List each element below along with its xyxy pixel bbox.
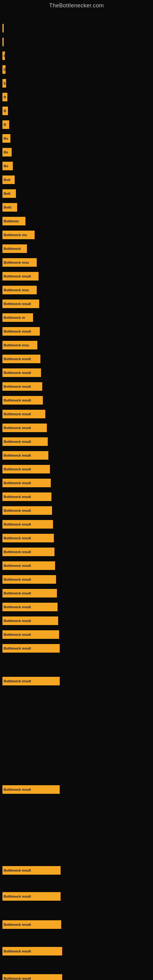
bar-label: Bottleneck result — [4, 522, 31, 526]
bar-item: Bottleneck result — [2, 299, 39, 308]
bar-label: Bottleneck result — [4, 398, 31, 402]
bar-item: Bottleneck result — [2, 947, 62, 956]
bar-item: Bottleneck result — [2, 866, 61, 875]
bar-label: Bottleneck result — [4, 357, 31, 361]
bar-item: Bo — [2, 134, 10, 143]
bar-label: Bottleneck result — [4, 646, 31, 650]
bar-item — [2, 38, 4, 46]
bar-label: Bottleneck result — [4, 605, 31, 609]
bar-item: Bottleneck result — [2, 451, 48, 460]
bar-item: Bottleneck result — [2, 589, 57, 598]
bar-label: B — [4, 123, 6, 126]
bar-label: Bottleneck result — [4, 509, 31, 512]
bar-item: B — [2, 107, 8, 115]
bar-label: Bott — [4, 192, 10, 196]
bar-item: Bottleneck result — [2, 603, 57, 611]
bar-label: Bottl — [4, 205, 11, 209]
bar-item: Bottleneck resu — [2, 341, 37, 350]
bar-item: Bottleneck result — [2, 630, 59, 639]
bar-label: Bottleneck result — [4, 679, 31, 683]
bar-label: Bottleneck result — [4, 467, 31, 471]
bar-label: Bottleneck — [4, 247, 21, 250]
bar-item: B — [2, 93, 7, 101]
bar-label: Bottleneck result — [4, 578, 31, 581]
bar-item: Bottleneck result — [2, 438, 48, 446]
bar-label: Bottleneck result — [4, 894, 31, 898]
bar-item: Bottleneck result — [2, 562, 55, 570]
bar-item: Bottleneck result — [2, 547, 54, 556]
bar-item: Bottleneck result — [2, 479, 51, 487]
bar-item: Bottleneck result — [2, 368, 41, 377]
bar-item: E — [2, 79, 6, 88]
bar-label: Bottleneck result — [4, 440, 31, 444]
bar-item: Bottleneck result — [2, 974, 62, 980]
bar-item: B — [2, 120, 9, 129]
bar-label: E — [4, 54, 5, 57]
bar-label: Bottleneck result — [4, 923, 31, 926]
bar-label: B — [4, 95, 6, 99]
bar-item: Bottleneck result — [2, 616, 58, 625]
bar-label: Bottleneck result — [4, 788, 31, 791]
bar-label: Bottleneck result — [4, 977, 31, 980]
bar-label: Bottleneck result — [4, 274, 31, 278]
bar-label: Bottlenec — [4, 219, 19, 223]
bar-item: Bottleneck result — [2, 575, 56, 584]
bar-label: Bottleneck result — [4, 536, 31, 540]
bar-label: E — [4, 68, 5, 72]
bar-label: Bottleneck result — [4, 412, 31, 416]
bar-label: Bottleneck resu — [4, 261, 29, 264]
bar-item: Bottleneck res — [2, 231, 35, 239]
bar-label: Bo — [4, 164, 8, 168]
bar-label: Bottleneck resu — [4, 343, 29, 347]
bar-item: Bottleneck result — [2, 396, 43, 404]
bar-label: Bottleneck resu — [4, 288, 29, 292]
bar-item: Bottleneck result — [2, 355, 40, 363]
bar-item: Bott — [2, 189, 16, 198]
bar-item: Bottleneck resu — [2, 286, 37, 294]
bar-item: Bottlenec — [2, 217, 26, 225]
bar-label: Bottleneck result — [4, 371, 31, 375]
bar-item: Bottleneck resu — [2, 258, 37, 267]
bar-item: Bottl — [2, 203, 17, 212]
bar-label: Bo — [4, 150, 8, 154]
bar-item: Bottleneck result — [2, 272, 38, 280]
bar-item: Bottleneck result — [2, 520, 53, 528]
bar-item: E — [2, 51, 5, 60]
bar-label: Bottleneck result — [4, 426, 31, 430]
bar-item: Bott — [2, 175, 15, 184]
bar-label: Bottleneck result — [4, 950, 31, 953]
bar-label: Bottleneck result — [4, 564, 31, 568]
bar-item: Bottleneck result — [2, 920, 61, 929]
bar-label: Bo — [4, 137, 8, 140]
site-title: TheBottlenecker.com — [0, 0, 153, 10]
bar-label: Bottleneck result — [4, 302, 31, 305]
bar-label: Bottleneck result — [4, 481, 31, 485]
bar-item: Bottleneck — [2, 244, 27, 253]
bar-item: Bo — [2, 148, 12, 156]
bar-label: Bottleneck result — [4, 591, 31, 595]
bar-label: Bottleneck res — [4, 233, 27, 237]
bar-label: Bottleneck result — [4, 550, 31, 554]
bar-item: Bottleneck result — [2, 892, 61, 901]
bar-label: Bottleneck result — [4, 619, 31, 623]
bar-label: Bottleneck result — [4, 869, 31, 872]
bar-item: Bo — [2, 162, 13, 170]
bar-label: E — [4, 81, 6, 85]
bar-label: B — [4, 109, 6, 113]
bar-item: Bottleneck result — [2, 410, 45, 418]
bar-item: Bottleneck result — [2, 382, 42, 391]
bar-label: Bottleneck result — [4, 385, 31, 388]
bar-label: Bottleneck result — [4, 633, 31, 636]
chart-area: EEEBBBBoBoBoBottBottBottlBottlenecBottle… — [0, 10, 153, 975]
bar-item: Bottleneck result — [2, 465, 50, 474]
bar-item: E — [2, 65, 5, 74]
bar-item — [2, 24, 4, 32]
bar-item: Bottleneck result — [2, 423, 47, 432]
bar-item: Bottleneck result — [2, 327, 40, 336]
bar-item: Bottleneck result — [2, 534, 54, 542]
bar-item: Bottleneck result — [2, 785, 60, 794]
bar-item: Bottleneck result — [2, 506, 52, 515]
bar-label: Bottleneck re — [4, 316, 25, 320]
bar-item: Bottleneck result — [2, 644, 60, 652]
bar-label: Bottleneck result — [4, 329, 31, 333]
